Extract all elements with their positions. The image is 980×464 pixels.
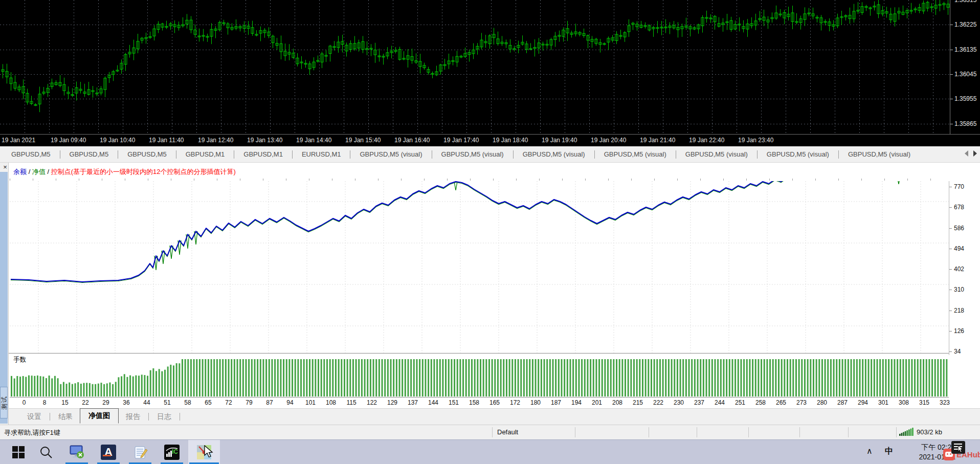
tester-tab-3[interactable]: 净值图 <box>80 408 119 424</box>
lots-bars <box>11 359 947 396</box>
metatrader-window: 1.363151.362251.361351.360451.359551.358… <box>0 0 980 464</box>
tab-divider <box>148 413 149 421</box>
taskbar-app-mt4-ic[interactable]: IC <box>157 440 187 464</box>
chart-tab[interactable]: GBPUSD,M1 <box>176 146 234 162</box>
scroll-tabs-left-icon[interactable] <box>965 150 968 157</box>
trade-number-label: 58 <box>184 399 191 406</box>
trade-number-label: 237 <box>694 399 704 406</box>
chart-tab[interactable]: GBPUSD,M5 <box>2 146 60 162</box>
equity-legend: 余额 / 净值 / 控制点(基于最近的小一级时段内的12个控制点的分形插值计算) <box>13 167 236 176</box>
chart-tab[interactable]: GBPUSD,M5 (visual) <box>432 146 513 162</box>
strategy-tester-panel: × 测试 余额 / 净值 / 控制点(基于最近的小一级时段内的12个控制点的分形… <box>0 163 980 425</box>
price-axis-label: 1.36315 <box>954 0 976 4</box>
time-axis[interactable]: 19 Jan 202119 Jan 09:4019 Jan 10:4019 Ja… <box>0 134 980 146</box>
chart-tab-label: GBPUSD,M5 <box>118 150 176 158</box>
candles <box>2 2 949 105</box>
chart-tab[interactable]: GBPUSD,M5 <box>60 146 118 162</box>
tester-tab-4[interactable]: 报告 <box>119 410 147 424</box>
status-traffic: 903/2 kb <box>917 428 942 436</box>
equity-graph-area: 余额 / 净值 / 控制点(基于最近的小一级时段内的12个控制点的分形插值计算)… <box>8 163 980 425</box>
status-divider <box>492 427 493 437</box>
legend-separator: / <box>48 168 51 175</box>
chart-tab-label: GBPUSD,M5 (visual) <box>676 150 757 158</box>
panel-divider <box>9 353 949 353</box>
axis-tick <box>949 351 952 352</box>
status-profile[interactable]: Default <box>497 428 518 436</box>
taskbar-app-remote-desktop[interactable] <box>61 440 92 464</box>
candlestick-chart-panel[interactable]: 1.363151.362251.361351.360451.359551.358… <box>0 0 980 146</box>
axis-tick <box>949 269 952 270</box>
chart-tab-label: GBPUSD,M5 (visual) <box>595 150 676 158</box>
time-axis-label: 19 Jan 16:40 <box>394 137 430 144</box>
price-axis[interactable]: 1.363151.362251.361351.360451.359551.358… <box>950 0 980 134</box>
tester-tab-1[interactable]: 设置 <box>20 410 49 424</box>
trade-number-label: 144 <box>428 399 438 406</box>
trade-number-label: 301 <box>878 399 888 406</box>
search-icon <box>39 446 53 459</box>
trade-number-label: 187 <box>551 399 561 406</box>
axis-tick <box>949 207 952 208</box>
hidden-icons-chevron[interactable]: ∧ <box>866 446 873 456</box>
equity-y-label: 218 <box>954 307 964 314</box>
equity-y-label: 34 <box>954 348 961 355</box>
price-axis-label: 1.36225 <box>954 21 976 28</box>
chart-tab[interactable]: GBPUSD,M5 (visual) <box>595 146 676 162</box>
trade-number-label: 15 <box>61 399 68 406</box>
tester-tab-2[interactable]: 结果 <box>51 410 80 424</box>
notification-list-icon[interactable] <box>951 441 965 454</box>
trade-number-label: 122 <box>367 399 377 406</box>
balance-line <box>11 181 947 282</box>
chart-tab[interactable]: GBPUSD,M5 <box>118 146 176 162</box>
taskbar-search-button[interactable] <box>34 440 58 464</box>
chart-tab[interactable]: GBPUSD,M1 <box>234 146 292 162</box>
close-tester-icon[interactable]: × <box>2 164 9 171</box>
tester-side-tab[interactable]: 测试 <box>0 387 8 418</box>
taskbar-app-notepad[interactable] <box>125 440 155 464</box>
trade-number-label: 72 <box>225 399 232 406</box>
taskbar-app-axure[interactable]: A <box>93 440 124 464</box>
status-divider <box>748 427 749 437</box>
trade-number-label: 230 <box>674 399 684 406</box>
time-axis-label: 19 Jan 10:40 <box>100 137 135 144</box>
trade-number-label: 158 <box>469 399 479 406</box>
chart-tab[interactable]: GBPUSD,M5 (visual) <box>839 146 920 162</box>
chart-tab-label: GBPUSD,M1 <box>176 150 234 158</box>
chart-tab[interactable]: EURUSD,M1 <box>293 146 350 162</box>
status-bar: 寻求帮助,请按F1键 Default 903/2 kb <box>0 425 980 439</box>
axis-tick <box>949 187 952 187</box>
equity-green-spike <box>897 181 900 184</box>
equity-y-label: 586 <box>954 225 964 232</box>
time-axis-label: 19 Jan 14:40 <box>296 137 331 144</box>
trade-number-label: 194 <box>571 399 582 406</box>
time-axis-label: 19 Jan 20:40 <box>591 137 626 144</box>
trade-number-label: 323 <box>940 399 950 406</box>
equity-plot[interactable] <box>10 181 949 353</box>
start-button[interactable] <box>6 440 31 464</box>
trade-number-label: 8 <box>43 399 47 406</box>
trade-number-label: 315 <box>919 399 929 406</box>
taskbar-app-tester-visual-active[interactable] <box>188 440 220 464</box>
ime-indicator[interactable]: 中 <box>885 446 893 457</box>
chart-tab[interactable]: GBPUSD,M5 (visual) <box>514 146 594 162</box>
trade-number-label: 44 <box>143 399 150 406</box>
candlestick-chart[interactable] <box>0 0 950 134</box>
equity-y-label: 310 <box>954 286 964 293</box>
scroll-tabs-right-icon[interactable] <box>973 150 977 157</box>
time-axis-label: 19 Jan 09:40 <box>51 137 86 144</box>
a-letter-icon: A <box>101 445 116 460</box>
status-divider <box>649 427 649 437</box>
chart-tab[interactable]: GBPUSD,M5 (visual) <box>758 146 838 162</box>
equity-y-label: 494 <box>954 245 964 252</box>
axis-tick <box>950 50 953 50</box>
tester-tab-5[interactable]: 日志 <box>150 410 179 424</box>
lots-bar-chart[interactable] <box>10 357 949 397</box>
status-divider <box>848 427 849 437</box>
trade-number-label: 94 <box>286 399 293 406</box>
chart-tab[interactable]: GBPUSD,M5 (visual) <box>676 146 757 162</box>
equity-y-label: 402 <box>954 266 964 273</box>
status-divider <box>799 427 800 437</box>
trade-number-label: 172 <box>510 399 520 406</box>
axis-tick <box>949 228 952 229</box>
axis-tick <box>950 74 953 75</box>
chart-tab[interactable]: GBPUSD,M5 (visual) <box>350 146 431 162</box>
